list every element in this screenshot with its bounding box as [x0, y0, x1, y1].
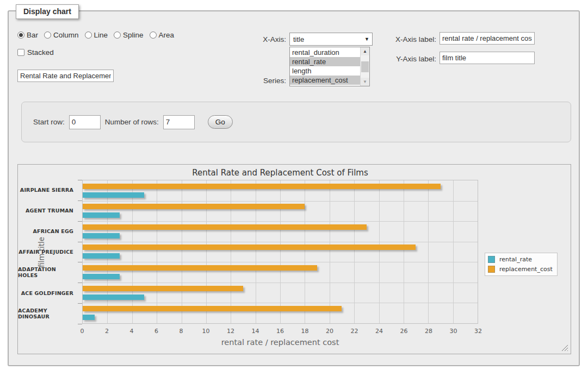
radio-icon[interactable] [150, 32, 157, 39]
replacement_cost-bar [83, 224, 367, 230]
start-row-input[interactable] [69, 115, 101, 129]
scroll-down-icon[interactable]: ▼ [361, 78, 369, 86]
legend-swatch [488, 256, 495, 263]
bar-group-airplane-sierra [83, 180, 478, 201]
scrollbar-thumb[interactable] [361, 61, 369, 72]
stacked-label: Stacked [27, 48, 54, 57]
chart-type-radio-line[interactable]: Line [85, 31, 108, 39]
bar-group-agent-truman [83, 201, 478, 222]
bar-group-affair-prejudice [83, 242, 478, 262]
x-tick-label: 2 [105, 328, 109, 335]
series-option-length[interactable]: length [290, 66, 360, 76]
radio-icon[interactable] [85, 32, 92, 39]
start-row-label: Start row: [33, 118, 65, 126]
bar-group-academy-dinosaur [83, 303, 478, 323]
chart-type-radio-spline[interactable]: Spline [114, 31, 144, 39]
row-controls: Start row: Number of rows: Go [21, 102, 571, 142]
chart-type-radio-area[interactable]: Area [150, 31, 175, 39]
category-label: AFFAIR PREJUDICE [18, 242, 78, 262]
axis-tick [78, 303, 82, 304]
series-option-replacement_cost[interactable]: replacement_cost [290, 76, 360, 85]
chart-type-label: Bar [27, 31, 38, 39]
chart-type-label: Spline [123, 31, 144, 39]
rental_rate-bar [83, 253, 120, 259]
chart-type-label: Column [53, 31, 79, 39]
chart-title-input[interactable] [17, 70, 114, 82]
chart-type-label: Line [94, 31, 108, 39]
stacked-checkbox-row[interactable]: Stacked [17, 48, 54, 57]
x-tick-label: 18 [301, 328, 309, 335]
go-button[interactable]: Go [208, 115, 233, 129]
x-tick-label: 4 [130, 328, 134, 335]
legend-entry-replacement_cost: replacement_cost [488, 266, 553, 273]
y-axis-label-input[interactable] [440, 52, 535, 64]
series-select-label: Series: [243, 77, 286, 85]
series-scrollbar[interactable]: ▲ ▼ [360, 47, 369, 86]
scroll-up-icon[interactable]: ▲ [361, 47, 369, 55]
x-tick-label: 24 [375, 328, 383, 335]
chart-type-radio-bar[interactable]: Bar [17, 31, 38, 39]
x-axis-select[interactable]: title ▼ [289, 33, 373, 46]
category-label: AGENT TRUMAN [18, 200, 78, 221]
legend-entry-rental_rate: rental_rate [488, 256, 553, 263]
category-label: AIRPLANE SIERRA [18, 180, 78, 200]
rental_rate-bar [83, 192, 144, 198]
rental_rate-bar [83, 212, 120, 218]
radio-icon[interactable] [114, 32, 121, 39]
radio-icon[interactable] [17, 32, 24, 39]
number-of-rows-input[interactable] [163, 115, 195, 129]
category-label: ACE GOLDFINGER [18, 283, 78, 303]
scrollbar-track[interactable] [361, 55, 369, 78]
replacement_cost-bar [83, 265, 317, 271]
legend-label: rental_rate [499, 256, 532, 263]
rental_rate-bar [83, 274, 120, 279]
resize-handle-icon[interactable] [561, 344, 568, 351]
chart-type-label: Area [159, 31, 175, 39]
chart-type-radio-column[interactable]: Column [44, 31, 79, 39]
rental_rate-bar [83, 294, 144, 300]
axis-tick [78, 324, 82, 324]
bar-group-african-egg [83, 221, 478, 242]
chart-category-labels: AIRPLANE SIERRAAGENT TRUMANAFRICAN EGGAF… [18, 180, 78, 324]
axis-tick [78, 200, 82, 201]
number-of-rows-label: Number of rows: [105, 118, 159, 126]
x-tick-label: 32 [474, 328, 482, 335]
series-option-rental_duration[interactable]: rental_duration [290, 48, 360, 57]
stacked-checkbox[interactable] [17, 49, 24, 56]
x-tick-label: 30 [450, 328, 457, 335]
bar-group-ace-goldfinger [83, 283, 478, 303]
replacement_cost-bar [83, 204, 305, 209]
x-axis-select-label: X-Axis: [243, 35, 286, 43]
axis-tick [78, 283, 82, 283]
x-tick-label: 16 [276, 328, 284, 335]
replacement_cost-bar [83, 286, 243, 291]
x-axis-select-value: title [293, 35, 304, 43]
chart-y-axis-ticks [78, 180, 82, 324]
chart-container: Rental Rate and Replacement Cost of Film… [17, 164, 571, 354]
x-tick-label: 8 [180, 328, 183, 335]
series-option-rental_rate[interactable]: rental_rate [290, 57, 360, 66]
x-tick-label: 26 [400, 328, 408, 335]
radio-icon[interactable] [44, 32, 51, 39]
category-label: AFRICAN EGG [18, 221, 78, 242]
x-tick-label: 10 [202, 328, 210, 335]
x-axis-label-label: X-Axis label: [384, 35, 436, 43]
chart-legend: rental_ratereplacement_cost [485, 253, 558, 276]
series-listbox[interactable]: rental_durationrental_ratelengthreplacem… [289, 47, 370, 86]
x-axis-label-input[interactable] [440, 32, 535, 45]
axis-tick [78, 180, 82, 180]
plot-area [82, 180, 478, 324]
panel-title: Display chart [16, 4, 79, 19]
x-tick-label: 14 [252, 328, 259, 335]
legend-label: replacement_cost [499, 266, 553, 273]
x-tick-label: 12 [227, 328, 234, 335]
replacement_cost-bar [83, 306, 342, 311]
y-axis-label-label: Y-Axis label: [384, 55, 436, 63]
axis-tick [78, 262, 82, 262]
chart-x-axis-title: rental rate / replacement cost [82, 338, 478, 347]
replacement_cost-bar [83, 244, 416, 250]
bar-group-adaptation-holes [83, 262, 478, 283]
chart-title: Rental Rate and Replacement Cost of Film… [82, 168, 478, 178]
x-tick-label: 20 [326, 328, 333, 335]
display-chart-panel: Display chart BarColumnLineSplineArea St… [8, 10, 580, 366]
